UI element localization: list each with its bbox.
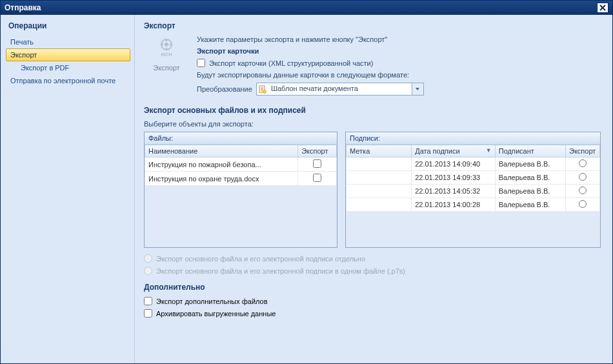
sigs-col-signer[interactable]: Подписант bbox=[495, 145, 565, 157]
card-note: Будут экспортированы данные карточки в с… bbox=[197, 71, 603, 79]
sigs-col-label[interactable]: Метка bbox=[347, 145, 412, 157]
export-extra-checkbox[interactable] bbox=[144, 297, 152, 305]
table-row[interactable]: 22.01.2013 14:05:32 Валерьева В.В. bbox=[347, 185, 600, 198]
sig-label-cell bbox=[347, 198, 412, 212]
sidebar-item-export[interactable]: Экспорт bbox=[6, 48, 130, 61]
signatures-panel: Подписи: Метка Дата подписи▼ Подписант Э… bbox=[345, 132, 601, 248]
sigs-col-export[interactable]: Экспорт bbox=[566, 145, 600, 157]
export-window: Отправка Операции Печать Экспорт Экспорт… bbox=[0, 0, 613, 364]
card-export-checkbox-row: Экспорт карточки (XML структурированной … bbox=[197, 59, 603, 67]
export-extra-label: Экспорт дополнительных файлов bbox=[156, 298, 268, 305]
transform-value: Шаблон печати документа bbox=[268, 83, 412, 95]
sidebar: Операции Печать Экспорт Экспорт в PDF От… bbox=[1, 15, 135, 363]
files-section-heading: Экспорт основных файлов и их подписей bbox=[144, 106, 603, 115]
export-icon-caption: Экспорт bbox=[144, 64, 189, 72]
additional-heading: Дополнительно bbox=[144, 283, 603, 292]
card-export-checkbox[interactable] bbox=[197, 59, 205, 67]
svg-point-4 bbox=[263, 90, 266, 94]
file-name-cell: Инструкция по пожарной безопа... bbox=[145, 157, 298, 172]
sidebar-title: Операции bbox=[6, 21, 134, 30]
sig-label-cell bbox=[347, 185, 412, 198]
transform-label: Преобразование bbox=[197, 85, 252, 93]
export-extra-row: Экспорт дополнительных файлов bbox=[144, 297, 603, 305]
radio-separate[interactable] bbox=[144, 254, 152, 263]
file-export-checkbox[interactable] bbox=[313, 159, 321, 168]
radio-separate-row: Экспорт основного файла и его электронно… bbox=[144, 254, 603, 263]
titlebar: Отправка bbox=[1, 1, 612, 15]
window-body: Операции Печать Экспорт Экспорт в PDF От… bbox=[1, 15, 612, 363]
template-icon bbox=[257, 83, 268, 95]
sig-date-cell: 22.01.2013 14:09:33 bbox=[412, 171, 496, 185]
table-row[interactable]: Инструкция по пожарной безопа... bbox=[145, 157, 337, 172]
sidebar-item-send-email[interactable]: Отправка по электронной почте bbox=[6, 74, 130, 87]
files-panel-title: Файлы: bbox=[145, 132, 337, 145]
tables-row: Файлы: Наименование Экспорт bbox=[144, 132, 603, 248]
sig-export-radio[interactable] bbox=[579, 159, 587, 167]
card-heading: Экспорт карточки bbox=[197, 47, 603, 55]
signatures-grid: Метка Дата подписи▼ Подписант Экспорт 22… bbox=[346, 145, 600, 212]
files-panel: Файлы: Наименование Экспорт bbox=[144, 132, 337, 248]
signatures-panel-title: Подписи: bbox=[346, 132, 600, 145]
sig-date-cell: 22.01.2013 14:05:32 bbox=[412, 185, 496, 198]
export-top-block: RICH Экспорт Укажите параметры экспорта … bbox=[144, 35, 603, 96]
radio-combined-label: Экспорт основного файла и его электронно… bbox=[156, 267, 405, 275]
svg-point-1 bbox=[165, 43, 168, 46]
file-export-checkbox[interactable] bbox=[313, 174, 321, 182]
sidebar-item-print[interactable]: Печать bbox=[6, 35, 130, 48]
archive-row: Архивировать выгруженные данные bbox=[144, 309, 603, 318]
sort-desc-icon: ▼ bbox=[486, 147, 492, 154]
window-title: Отправка bbox=[5, 3, 41, 12]
table-row[interactable]: 22.01.2013 14:09:33 Валерьева В.В. bbox=[347, 171, 600, 185]
table-row[interactable]: 22.01.2013 14:00:28 Валерьева В.В. bbox=[347, 198, 600, 212]
file-name-cell: Инструкция по охране труда.docx bbox=[145, 172, 298, 186]
main-panel: Экспорт RICH Экспорт Укажите параметры bbox=[135, 15, 612, 363]
sig-date-cell: 22.01.2013 14:09:40 bbox=[412, 157, 496, 171]
sig-signer-cell: Валерьева В.В. bbox=[495, 185, 565, 198]
sig-label-cell bbox=[347, 171, 412, 185]
archive-checkbox[interactable] bbox=[144, 309, 152, 318]
sig-export-radio[interactable] bbox=[579, 187, 587, 194]
sig-signer-cell: Валерьева В.В. bbox=[495, 198, 565, 212]
sig-date-cell: 22.01.2013 14:00:28 bbox=[412, 198, 496, 212]
main-title: Экспорт bbox=[144, 21, 603, 30]
files-col-export[interactable]: Экспорт bbox=[298, 145, 337, 157]
rich-export-icon: RICH bbox=[151, 35, 182, 61]
table-row[interactable]: Инструкция по охране труда.docx bbox=[145, 172, 337, 186]
table-row[interactable]: 22.01.2013 14:09:40 Валерьева В.В. bbox=[347, 157, 600, 171]
close-button[interactable] bbox=[597, 3, 608, 13]
transform-combo[interactable]: Шаблон печати документа bbox=[256, 83, 424, 96]
chevron-down-icon bbox=[415, 86, 420, 92]
files-col-name[interactable]: Наименование bbox=[145, 145, 298, 157]
sig-label-cell bbox=[347, 157, 412, 171]
sig-export-radio[interactable] bbox=[579, 200, 587, 208]
radio-separate-label: Экспорт основного файла и его электронно… bbox=[156, 255, 365, 263]
radio-combined[interactable] bbox=[144, 267, 152, 275]
sidebar-item-export-pdf[interactable]: Экспорт в PDF bbox=[6, 61, 130, 74]
close-icon bbox=[599, 5, 606, 11]
sig-signer-cell: Валерьева В.В. bbox=[495, 171, 565, 185]
export-hint: Укажите параметры экспорта и нажмите кно… bbox=[197, 35, 603, 43]
sig-signer-cell: Валерьева В.В. bbox=[495, 157, 565, 171]
additional-section: Дополнительно Экспорт дополнительных фай… bbox=[144, 283, 603, 318]
radio-combined-row: Экспорт основного файла и его электронно… bbox=[144, 267, 603, 275]
transform-dropdown-arrow[interactable] bbox=[412, 83, 423, 95]
archive-label: Архивировать выгруженные данные bbox=[156, 310, 276, 318]
files-grid: Наименование Экспорт Инструкция по пожар… bbox=[145, 145, 337, 186]
card-export-label: Экспорт карточки (XML структурированной … bbox=[209, 59, 373, 67]
choose-label: Выберите объекты для экспорта: bbox=[144, 120, 603, 128]
export-icon-block: RICH Экспорт bbox=[144, 35, 189, 96]
transform-row: Преобразование Шаблон печати документа bbox=[197, 83, 603, 96]
export-meta: Укажите параметры экспорта и нажмите кно… bbox=[197, 35, 603, 96]
svg-text:RICH: RICH bbox=[161, 52, 172, 57]
sig-export-radio[interactable] bbox=[579, 173, 587, 181]
sigs-col-date[interactable]: Дата подписи▼ bbox=[412, 145, 496, 157]
